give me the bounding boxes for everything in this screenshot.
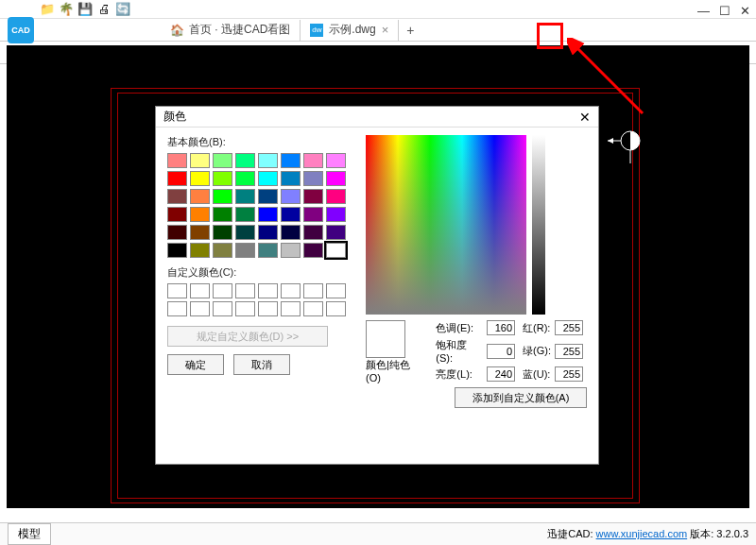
custom-swatch[interactable]: [190, 283, 210, 298]
basic-swatch[interactable]: [213, 171, 232, 186]
basic-swatch[interactable]: [281, 243, 301, 258]
minimize-icon[interactable]: —: [697, 4, 710, 18]
basic-swatch[interactable]: [303, 189, 323, 204]
custom-swatch[interactable]: [281, 301, 301, 316]
red-input[interactable]: [555, 320, 583, 335]
add-custom-button[interactable]: 添加到自定义颜色(A): [455, 387, 587, 408]
basic-swatch[interactable]: [190, 171, 210, 186]
custom-swatch[interactable]: [190, 301, 210, 316]
basic-swatch[interactable]: [190, 243, 210, 258]
website-link[interactable]: www.xunjiecad.com: [596, 528, 688, 539]
model-tab[interactable]: 模型: [8, 523, 51, 545]
basic-swatch[interactable]: [258, 153, 278, 168]
custom-swatch[interactable]: [213, 301, 232, 316]
basic-swatch[interactable]: [281, 189, 301, 204]
tab-add-button[interactable]: +: [399, 23, 421, 38]
basic-swatch[interactable]: [303, 153, 323, 168]
basic-swatch[interactable]: [326, 207, 346, 222]
save-icon[interactable]: 💾: [77, 2, 93, 17]
color-spectrum[interactable]: [366, 135, 526, 315]
basic-swatch[interactable]: [281, 207, 301, 222]
basic-swatch[interactable]: [258, 225, 278, 240]
highlight-annotation: [537, 23, 563, 49]
basic-swatch[interactable]: [213, 225, 232, 240]
basic-swatch[interactable]: [258, 207, 278, 222]
basic-swatch[interactable]: [303, 225, 323, 240]
basic-swatch[interactable]: [326, 189, 346, 204]
basic-swatch[interactable]: [167, 171, 187, 186]
custom-swatch[interactable]: [167, 301, 187, 316]
dwg-icon: dw: [310, 24, 323, 37]
basic-swatch[interactable]: [258, 243, 278, 258]
basic-swatch[interactable]: [303, 171, 323, 186]
sat-input[interactable]: [487, 344, 515, 359]
red-label: 红(R):: [523, 321, 551, 335]
basic-swatch[interactable]: [190, 153, 210, 168]
palm-icon[interactable]: 🌴: [59, 2, 74, 17]
status-bar: 模型 迅捷CAD: www.xunjiecad.com 版本: 3.2.0.3: [0, 522, 756, 545]
basic-swatch[interactable]: [190, 225, 210, 240]
hue-input[interactable]: [487, 320, 515, 335]
tab-close-icon[interactable]: ×: [382, 23, 389, 37]
basic-swatch[interactable]: [326, 153, 346, 168]
print-icon[interactable]: 🖨: [96, 2, 112, 17]
basic-swatch[interactable]: [167, 189, 187, 204]
basic-swatch[interactable]: [235, 171, 255, 186]
green-label: 绿(G):: [523, 344, 551, 358]
close-icon[interactable]: ✕: [740, 4, 750, 18]
maximize-icon[interactable]: ☐: [719, 4, 730, 18]
compass-widget[interactable]: [602, 126, 645, 169]
basic-swatch[interactable]: [326, 243, 346, 258]
basic-swatch[interactable]: [213, 207, 232, 222]
quick-toolbar: 📁 🌴 💾 🖨 🔄: [0, 0, 756, 19]
dialog-close-icon[interactable]: ✕: [579, 110, 591, 125]
refresh-icon[interactable]: 🔄: [115, 2, 130, 17]
basic-swatch[interactable]: [235, 189, 255, 204]
custom-swatch[interactable]: [281, 283, 301, 298]
color-preview: [366, 320, 405, 358]
basic-swatch[interactable]: [258, 189, 278, 204]
basic-swatch[interactable]: [281, 153, 301, 168]
basic-swatch[interactable]: [167, 153, 187, 168]
basic-swatch[interactable]: [326, 225, 346, 240]
basic-swatch[interactable]: [190, 189, 210, 204]
basic-swatch[interactable]: [235, 243, 255, 258]
basic-swatch[interactable]: [258, 171, 278, 186]
custom-swatch[interactable]: [213, 283, 232, 298]
basic-swatch[interactable]: [190, 207, 210, 222]
basic-swatch[interactable]: [213, 243, 232, 258]
basic-swatch[interactable]: [281, 171, 301, 186]
custom-swatch[interactable]: [303, 283, 323, 298]
green-input[interactable]: [555, 344, 583, 359]
basic-swatch[interactable]: [235, 207, 255, 222]
basic-swatch[interactable]: [281, 225, 301, 240]
basic-swatch[interactable]: [167, 207, 187, 222]
custom-swatch[interactable]: [235, 283, 255, 298]
tab-home[interactable]: 🏠 首页 · 迅捷CAD看图: [161, 20, 301, 41]
version-value: 3.2.0.3: [716, 528, 748, 539]
custom-swatch[interactable]: [326, 283, 346, 298]
basic-swatch[interactable]: [213, 153, 232, 168]
basic-swatch[interactable]: [213, 189, 232, 204]
lum-input[interactable]: [487, 366, 515, 382]
basic-swatch[interactable]: [235, 153, 255, 168]
custom-swatch[interactable]: [326, 301, 346, 316]
custom-swatch[interactable]: [167, 283, 187, 298]
custom-swatch[interactable]: [258, 301, 278, 316]
basic-swatch[interactable]: [326, 171, 346, 186]
tab-file[interactable]: dw 示例.dwg ×: [301, 20, 399, 41]
cancel-button[interactable]: 取消: [233, 354, 290, 375]
basic-swatch[interactable]: [303, 207, 323, 222]
ok-button[interactable]: 确定: [167, 354, 224, 375]
basic-swatch[interactable]: [235, 225, 255, 240]
basic-swatch[interactable]: [303, 243, 323, 258]
preview-label: 颜色|纯色(O): [366, 358, 424, 383]
blue-input[interactable]: [555, 366, 583, 382]
basic-swatch[interactable]: [167, 225, 187, 240]
custom-swatch[interactable]: [258, 283, 278, 298]
custom-swatch[interactable]: [303, 301, 323, 316]
custom-swatch[interactable]: [235, 301, 255, 316]
luminance-slider[interactable]: [532, 135, 545, 315]
basic-swatch[interactable]: [167, 243, 187, 258]
folder-icon[interactable]: 📁: [40, 2, 55, 17]
